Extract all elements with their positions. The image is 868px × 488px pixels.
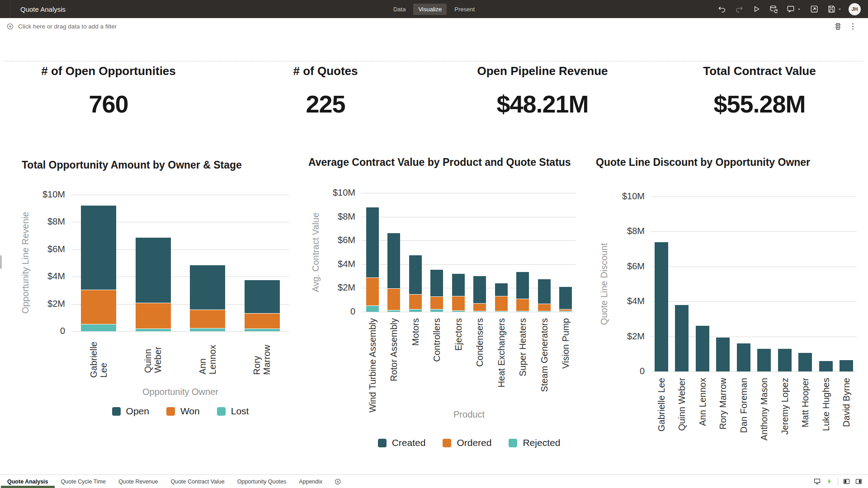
bar-segment[interactable]	[538, 279, 551, 304]
canvas-tab[interactable]: Opportunity Quotes	[231, 475, 292, 488]
legend-item[interactable]: Lost	[217, 406, 249, 417]
bar-segment[interactable]	[245, 329, 280, 331]
bar-segment[interactable]	[387, 289, 400, 310]
add-filter-button[interactable]: Click here or drag data to add a filter	[6, 23, 117, 30]
bar-segment[interactable]	[840, 360, 853, 371]
bar-segment[interactable]	[81, 206, 116, 290]
canvas-settings-icon[interactable]	[834, 22, 842, 31]
bar-segment[interactable]	[473, 276, 486, 303]
x-axis-title: Opportunity Owner	[71, 387, 289, 397]
canvas-tab[interactable]: Quote Cycle Time	[55, 475, 112, 488]
canvas-tab[interactable]: Quote Revenue	[112, 475, 165, 488]
x-axis-category-label: Motors	[410, 318, 420, 346]
bar-segment[interactable]	[737, 343, 750, 371]
bar-segment[interactable]	[495, 311, 508, 312]
legend-item[interactable]: Won	[166, 406, 200, 417]
comments-button[interactable]	[784, 4, 803, 14]
bar-segment[interactable]	[495, 283, 508, 296]
kpi-tile[interactable]: # of Quotes225	[217, 64, 434, 118]
legend-item[interactable]: Open	[112, 406, 149, 417]
bar-segment[interactable]	[366, 207, 379, 278]
open-in-new-window-button[interactable]	[808, 4, 821, 14]
canvas-tab[interactable]: Appendix	[292, 475, 329, 488]
tab-present[interactable]: Present	[449, 4, 480, 15]
bar-segment[interactable]	[430, 310, 443, 312]
bar-segment[interactable]	[387, 310, 400, 312]
left-panel-toggle-icon[interactable]	[843, 478, 850, 485]
bar-segment[interactable]	[245, 280, 280, 314]
legend-item[interactable]: Rejected	[509, 437, 560, 448]
x-axis-category-label: Luke Hughes	[821, 378, 831, 431]
bar-segment[interactable]	[675, 305, 689, 371]
canvas-tab[interactable]: Quote Analysis	[1, 475, 55, 488]
bar-segment[interactable]	[473, 311, 486, 312]
refresh-data-button[interactable]	[767, 4, 780, 14]
bar-segment[interactable]	[452, 274, 465, 296]
canvas-resize-handle[interactable]	[0, 255, 2, 269]
display-icon[interactable]	[813, 478, 821, 485]
bar-segment[interactable]	[559, 287, 572, 310]
bar-segment[interactable]	[452, 296, 465, 311]
bar-segment[interactable]	[136, 303, 171, 329]
performance-bolt-icon[interactable]	[826, 478, 833, 485]
bar-segment[interactable]	[136, 329, 171, 331]
legend-item[interactable]: Ordered	[443, 437, 491, 448]
bar-segment[interactable]	[430, 270, 443, 297]
bar-segment[interactable]	[538, 304, 551, 311]
bar-segment[interactable]	[136, 238, 171, 303]
bar-segment[interactable]	[190, 265, 225, 310]
x-axis-label-slot: Gabrielle Lee	[71, 337, 126, 382]
save-button[interactable]	[825, 4, 844, 14]
bar-segment[interactable]	[716, 338, 730, 371]
canvas-tab[interactable]: Quote Contract Value	[164, 475, 231, 488]
bar-segment[interactable]	[778, 349, 792, 371]
right-panel-toggle-icon[interactable]	[855, 478, 863, 485]
bar-segment[interactable]	[409, 255, 422, 295]
bar-segment[interactable]	[516, 311, 529, 312]
legend-item[interactable]: Created	[378, 437, 426, 448]
play-icon	[752, 5, 761, 14]
bar-segment[interactable]	[798, 353, 812, 371]
preview-button[interactable]	[750, 4, 763, 14]
bar-segment[interactable]	[409, 310, 422, 312]
bar-segment[interactable]	[81, 324, 116, 331]
bar-segment[interactable]	[473, 304, 486, 311]
kpi-tile[interactable]: Open Pipeline Revenue$48.21M	[434, 64, 651, 118]
bar-segment[interactable]	[366, 306, 379, 312]
bar-segment[interactable]	[757, 349, 771, 371]
bar-segment[interactable]	[559, 310, 572, 312]
undo-button[interactable]	[716, 4, 728, 14]
bar-segment[interactable]	[516, 299, 529, 311]
kpi-tile[interactable]: Total Contract Value$55.28M	[651, 64, 868, 118]
bar-segment[interactable]	[409, 295, 422, 310]
add-canvas-button[interactable]	[329, 475, 347, 488]
bar-segment[interactable]	[452, 311, 465, 312]
bar-segment[interactable]	[516, 272, 529, 299]
kpi-tile[interactable]: # of Open Opportunities760	[0, 64, 217, 118]
legend-swatch	[217, 407, 226, 416]
redo-button[interactable]	[733, 4, 745, 14]
bar-segment[interactable]	[190, 328, 225, 331]
more-options-icon[interactable]	[849, 22, 857, 31]
legend-label: Lost	[231, 406, 249, 417]
bar-segment[interactable]	[387, 233, 400, 288]
bar-segment[interactable]	[430, 297, 443, 310]
bar-segment[interactable]	[559, 311, 572, 312]
bar-segment[interactable]	[655, 242, 668, 371]
avatar[interactable]: JH	[849, 3, 861, 15]
bar-segment[interactable]	[538, 311, 551, 312]
chart-legend: CreatedOrderedRejected	[362, 437, 576, 448]
bar-segment[interactable]	[190, 310, 225, 328]
x-axis-label-slot: Quinn Weber	[672, 378, 693, 450]
bar-segment[interactable]	[819, 361, 833, 371]
bar-segment[interactable]	[245, 314, 280, 329]
tab-data[interactable]: Data	[388, 4, 410, 15]
bar-segment[interactable]	[696, 326, 709, 371]
tab-visualize[interactable]: Visualize	[413, 4, 447, 15]
x-axis-label-slot: Steam Generators	[533, 318, 555, 414]
back-button[interactable]	[0, 0, 10, 18]
bar-segment[interactable]	[81, 290, 116, 324]
bar-segment[interactable]	[366, 278, 379, 306]
top-bar-actions: JH	[716, 3, 868, 15]
bar-segment[interactable]	[495, 296, 508, 311]
